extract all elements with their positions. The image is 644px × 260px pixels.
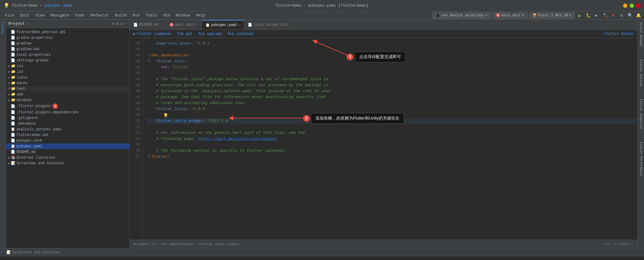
code-line-56: # The following section is specific to F… [147,148,637,154]
menu-file[interactable]: File [2,13,16,18]
fold-41[interactable]: ▼ [147,58,151,64]
tree-item-gradle-properties[interactable]: 📄 gradle.properties [6,35,129,41]
tab-readme[interactable]: 📄 README.md ✕ [130,20,166,30]
expand-all-button[interactable]: ⊞ [117,21,119,26]
project-settings-button[interactable]: ⚙ [120,21,123,26]
run-config-selector[interactable]: 🎯 main.dart ▾ [493,12,527,19]
stop-button[interactable]: ■ [610,12,617,19]
tree-item-metadata[interactable]: 📄 .metadata [6,121,129,126]
status-breadcrumb: Document 1/1 › dev_dependencies: › flutt… [133,242,240,246]
tree-item-pubspec-lock[interactable]: 📄 pubspec.lock [6,138,129,143]
menu-bar: File Edit View Navigate Code Refactor Bu… [0,11,644,20]
search-everywhere-button[interactable]: 🔍 [627,12,633,19]
device-manager-panel[interactable]: Device Manager [639,22,643,47]
scratches-icon: 📝 [11,161,16,165]
fold-57[interactable]: ▼ [147,154,151,160]
menu-refactor[interactable]: Refactor [88,13,111,18]
code-content[interactable]: cupertino_icons: ^1.0.2 ▼ dev_dependenci… [143,38,637,240]
project-title: Project [8,21,25,26]
tree-item-macos[interactable]: ▶ 📁 macos [6,80,129,86]
fold-40[interactable]: ▼ [147,52,151,58]
yaml-icon: 📋 [11,127,15,131]
close-button[interactable] [636,4,640,8]
lightbulb-icon[interactable]: 💡 [163,113,168,119]
pub-upgrade-button[interactable]: Pub upgrade [198,32,222,36]
flutter-performance-panel[interactable]: Flutter Performance [639,142,643,176]
project-close-button[interactable]: − [125,21,127,26]
tree-item-settings-gradle[interactable]: 📄 settings.gradle [6,58,129,63]
title-bar: 💡 flutterdemo › pubspec.yaml flutterdemo… [0,0,644,11]
project-header: Project ▾ ⊟ ⊞ ⚙ − [6,20,129,28]
menu-window[interactable]: Window [174,13,193,18]
pub-outdated-button[interactable]: Pub outdated [228,32,253,36]
menu-vcs[interactable]: VCS [161,13,172,18]
tree-arrow-ext-libs: ▶ [8,156,10,160]
code-line-42: sdk: flutter [147,64,637,70]
settings-button[interactable]: ⚙ [618,12,625,19]
project-panel-toggle[interactable]: Project [1,21,4,34]
scratches-tab[interactable]: 📝 Scratches and Consoles [4,249,63,256]
tab-close-pubspec[interactable]: ✕ [239,23,240,27]
flutter-doctor-button[interactable]: Flutter doctor [604,32,634,36]
emulator-selector[interactable]: 📦 Pixel 5 API 30 ▾ [529,12,575,19]
run-with-coverage[interactable]: ▶ [593,12,600,19]
pub-get-button[interactable]: Pub get [177,32,192,36]
tree-item-gitignore[interactable]: 📄 .gitignore [6,115,129,121]
tab-bar: 📄 README.md ✕ 🎯 main.dart ✕ 📋 pubspec.ya… [130,20,637,30]
tree-item-web[interactable]: ▶ 📁 web [6,92,129,97]
minimize-button[interactable] [623,4,627,8]
maximize-button[interactable] [630,4,634,8]
tab-pubspec-yaml[interactable]: 📋 pubspec.yaml ✕ [202,20,244,30]
tab-close-local-properties[interactable]: ✕ [290,23,291,27]
fold-38[interactable] [147,41,151,47]
tree-item-ios[interactable]: ▶ 📁 ios [6,63,129,69]
tree-item-gradlew-bat[interactable]: 📄 gradlew.bat [6,46,129,52]
tree-item-scratches[interactable]: ▶ 📝 Scratches and Consoles [6,160,129,166]
menu-tools[interactable]: Tools [143,13,160,18]
project-dropdown-arrow[interactable]: ▾ [28,22,30,26]
tab-icon-readme: 📄 [133,23,138,27]
tree-item-lib[interactable]: ▶ 📁 lib [6,69,129,75]
tree-item-flutterdemo-android[interactable]: 📄 flutterdemo_android.iml [6,29,129,35]
code-line-38: cupertino_icons: ^1.0.2 [147,41,637,47]
tree-item-pubspec-yaml[interactable]: 📋 pubspec.yaml [6,143,129,149]
file-icon: 📄 [11,133,15,137]
flutter-inspector-panel[interactable]: Flutter Inspector [639,99,643,129]
tree-arrow-ios: ▶ [8,64,10,68]
tree-item-linux[interactable]: ▶ 📁 linux [6,75,129,80]
scratches-label-bottom: Scratches and Consoles [13,250,60,255]
tab-close-main-dart[interactable]: ✕ [196,23,198,27]
menu-view[interactable]: View [33,13,47,18]
tree-item-external-libraries[interactable]: ▶ 📚 External Libraries [6,155,129,160]
run-button[interactable]: ▶ [577,12,583,19]
tree-item-flutterdemo-iml[interactable]: 📄 flutterdemo.iml [6,132,129,138]
debug-button[interactable]: 🐛 [585,12,592,19]
file-icon: 📄 [11,35,15,40]
menu-edit[interactable]: Edit [18,13,32,18]
tree-item-local-properties[interactable]: 📄 local.properties [6,52,129,58]
device-selector[interactable]: 📱 <no device selected> ▾ [432,12,491,19]
code-line-45: # encourage good coding practices. The l… [147,82,637,88]
build-button[interactable]: 🔨 [602,12,608,19]
notifications-button[interactable]: 🔔 [635,12,642,19]
menu-code[interactable]: Code [73,13,87,18]
tab-local-properties[interactable]: 📄 local.properties ✕ [244,20,295,30]
collapse-all-button[interactable]: ⊟ [112,21,115,26]
tree-item-readme[interactable]: 📄 README.md [6,149,129,155]
menu-run[interactable]: Run [130,13,142,18]
menu-navigate[interactable]: Navigate [48,13,72,18]
tree-item-test[interactable]: ▼ 📁 test [6,86,129,92]
tab-main-dart[interactable]: 🎯 main.dart ✕ [166,20,202,30]
menu-build[interactable]: Build [113,13,129,18]
flutter-outline-panel[interactable]: Flutter Outline [639,60,643,86]
file-icon: 📄 [11,104,15,109]
tree-item-analysis-options[interactable]: 📋 analysis_options.yaml [6,126,129,132]
tree-item-gradlew[interactable]: 📄 gradlew [6,41,129,46]
file-icon: 📄 [11,138,15,143]
tab-close-readme[interactable]: ✕ [160,23,162,27]
window-controls [623,4,640,8]
tree-item-windows[interactable]: ▶ 📁 windows [6,97,129,103]
tree-item-flutter-plugins[interactable]: 📄 .flutter-plugins 1 [6,103,129,109]
tree-item-flutter-plugins-dep[interactable]: 📄 .flutter-plugins-dependencies [6,109,129,115]
menu-help[interactable]: Help [193,13,208,18]
